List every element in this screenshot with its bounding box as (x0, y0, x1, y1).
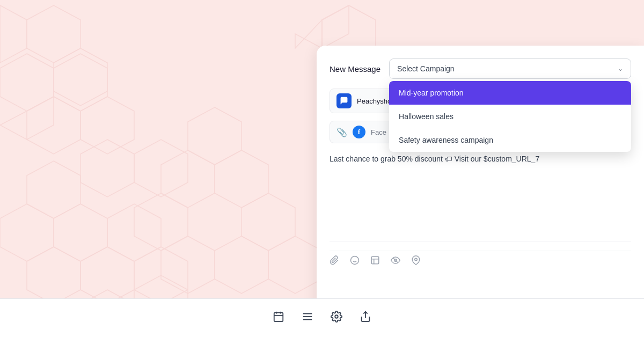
campaign-dropdown-wrapper: Select Campaign ⌄ Mid-year promotion Hal… (389, 58, 631, 79)
chevron-down-icon: ⌄ (618, 65, 623, 72)
svg-marker-21 (80, 247, 134, 304)
calendar-icon[interactable] (273, 311, 284, 325)
attach-icon[interactable]: 📎 (336, 127, 347, 137)
campaign-select-label: Select Campaign (397, 64, 455, 73)
header-row: New Message Select Campaign ⌄ Mid-year p… (330, 58, 631, 79)
dropdown-item-safety[interactable]: Safety awareness campaign (389, 128, 631, 152)
dropdown-item-mid-year[interactable]: Mid-year promotion (389, 81, 631, 105)
template-icon[interactable] (370, 255, 380, 268)
svg-marker-29 (80, 140, 134, 197)
svg-marker-25 (0, 54, 54, 111)
location-icon[interactable] (411, 255, 421, 268)
emoji-icon[interactable] (350, 255, 360, 268)
svg-rect-44 (274, 313, 283, 322)
facebook-icon-letter: f (358, 128, 360, 136)
message-source-label: Face (371, 128, 386, 136)
eye-icon[interactable] (391, 255, 400, 268)
svg-marker-8 (188, 107, 241, 165)
bottom-bar (0, 298, 644, 337)
dropdown-item-halloween[interactable]: Halloween sales (389, 105, 631, 128)
share-icon[interactable] (360, 311, 371, 325)
message-body: Last chance to grab 50% discount 🏷 Visit… (330, 151, 631, 242)
svg-marker-13 (215, 236, 268, 294)
svg-point-35 (351, 257, 359, 265)
settings-icon[interactable] (331, 311, 342, 325)
main-panel: New Message Select Campaign ⌄ Mid-year p… (317, 46, 644, 337)
list-icon[interactable] (302, 311, 313, 325)
svg-marker-19 (0, 204, 54, 261)
svg-marker-15 (268, 236, 322, 294)
svg-marker-32 (0, 5, 27, 63)
svg-point-51 (335, 315, 338, 318)
svg-marker-27 (80, 97, 134, 154)
svg-line-42 (393, 258, 398, 263)
svg-marker-10 (215, 150, 268, 208)
new-message-label: New Message (330, 64, 380, 74)
svg-marker-26 (54, 54, 107, 111)
paperclip-icon[interactable] (330, 255, 339, 268)
recipient-avatar (336, 93, 352, 108)
campaign-select-trigger[interactable]: Select Campaign ⌄ (389, 58, 631, 79)
svg-marker-16 (27, 161, 80, 218)
toolbar-icons (330, 251, 631, 276)
facebook-icon: f (353, 126, 365, 138)
svg-marker-17 (54, 204, 107, 261)
svg-marker-33 (27, 5, 80, 63)
svg-point-43 (415, 258, 418, 261)
svg-marker-34 (54, 48, 107, 106)
svg-marker-20 (27, 247, 80, 304)
svg-rect-38 (371, 257, 379, 264)
svg-marker-14 (241, 193, 295, 251)
campaign-dropdown-menu: Mid-year promotion Halloween sales Safet… (389, 81, 631, 152)
recipient-avatar-icon (340, 97, 348, 105)
message-text: Last chance to grab 50% discount 🏷 Visit… (330, 155, 539, 163)
